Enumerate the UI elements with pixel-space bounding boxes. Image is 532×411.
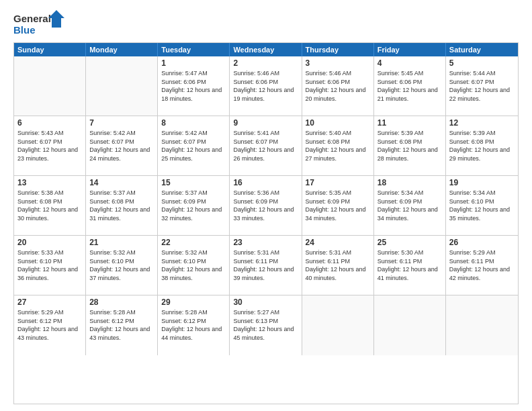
calendar-cell: 18Sunrise: 5:34 AM Sunset: 6:09 PM Dayli…	[374, 176, 446, 235]
calendar-cell: 14Sunrise: 5:37 AM Sunset: 6:08 PM Dayli…	[86, 176, 158, 235]
calendar-cell: 6Sunrise: 5:43 AM Sunset: 6:07 PM Daylig…	[14, 116, 86, 175]
calendar-cell	[302, 295, 374, 355]
cell-info: Sunrise: 5:44 AM Sunset: 6:07 PM Dayligh…	[449, 69, 515, 103]
calendar-cell: 9Sunrise: 5:41 AM Sunset: 6:07 PM Daylig…	[230, 116, 302, 175]
cell-info: Sunrise: 5:46 AM Sunset: 6:06 PM Dayligh…	[233, 69, 298, 103]
day-number: 30	[233, 298, 298, 307]
cell-info: Sunrise: 5:43 AM Sunset: 6:07 PM Dayligh…	[17, 129, 82, 163]
day-number: 5	[449, 58, 515, 68]
day-number: 29	[161, 298, 226, 307]
calendar-cell: 25Sunrise: 5:30 AM Sunset: 6:11 PM Dayli…	[374, 236, 446, 295]
day-number: 11	[378, 118, 442, 128]
day-number: 6	[17, 118, 82, 128]
cell-info: Sunrise: 5:33 AM Sunset: 6:10 PM Dayligh…	[17, 248, 82, 282]
day-number: 17	[306, 178, 370, 187]
weekday-header-monday: Monday	[86, 43, 158, 56]
weekday-header-tuesday: Tuesday	[158, 43, 230, 56]
day-number: 27	[17, 298, 82, 307]
calendar-cell: 21Sunrise: 5:32 AM Sunset: 6:10 PM Dayli…	[86, 236, 158, 295]
cell-info: Sunrise: 5:34 AM Sunset: 6:10 PM Dayligh…	[449, 189, 515, 222]
day-number: 16	[233, 178, 298, 187]
cell-info: Sunrise: 5:35 AM Sunset: 6:09 PM Dayligh…	[306, 189, 370, 222]
cell-info: Sunrise: 5:37 AM Sunset: 6:08 PM Dayligh…	[89, 189, 154, 222]
calendar-cell: 13Sunrise: 5:38 AM Sunset: 6:08 PM Dayli…	[14, 176, 86, 235]
day-number: 13	[17, 178, 82, 187]
calendar-cell: 8Sunrise: 5:42 AM Sunset: 6:07 PM Daylig…	[158, 116, 230, 175]
calendar-row-2: 6Sunrise: 5:43 AM Sunset: 6:07 PM Daylig…	[14, 116, 518, 176]
cell-info: Sunrise: 5:30 AM Sunset: 6:11 PM Dayligh…	[378, 248, 442, 282]
cell-info: Sunrise: 5:39 AM Sunset: 6:08 PM Dayligh…	[449, 129, 515, 163]
calendar-cell: 23Sunrise: 5:31 AM Sunset: 6:11 PM Dayli…	[230, 236, 302, 295]
header: General Blue	[13, 10, 519, 37]
day-number: 3	[306, 58, 370, 68]
cell-info: Sunrise: 5:42 AM Sunset: 6:07 PM Dayligh…	[161, 129, 226, 163]
logo: General Blue	[13, 10, 67, 37]
calendar-row-4: 20Sunrise: 5:33 AM Sunset: 6:10 PM Dayli…	[14, 236, 518, 295]
page: General Blue SundayMondayTuesdayWednesda…	[0, 0, 532, 411]
calendar-cell: 4Sunrise: 5:45 AM Sunset: 6:06 PM Daylig…	[374, 56, 446, 116]
day-number: 4	[378, 58, 442, 68]
calendar-cell: 15Sunrise: 5:37 AM Sunset: 6:09 PM Dayli…	[158, 176, 230, 235]
day-number: 1	[161, 58, 226, 68]
cell-info: Sunrise: 5:37 AM Sunset: 6:09 PM Dayligh…	[161, 189, 226, 222]
calendar-cell: 12Sunrise: 5:39 AM Sunset: 6:08 PM Dayli…	[446, 116, 518, 175]
calendar-row-1: 1Sunrise: 5:47 AM Sunset: 6:06 PM Daylig…	[14, 56, 518, 116]
calendar-cell: 1Sunrise: 5:47 AM Sunset: 6:06 PM Daylig…	[158, 56, 230, 116]
calendar-cell: 19Sunrise: 5:34 AM Sunset: 6:10 PM Dayli…	[446, 176, 518, 235]
calendar-header: SundayMondayTuesdayWednesdayThursdayFrid…	[14, 43, 518, 56]
cell-info: Sunrise: 5:28 AM Sunset: 6:12 PM Dayligh…	[161, 308, 226, 342]
calendar-cell: 3Sunrise: 5:46 AM Sunset: 6:06 PM Daylig…	[302, 56, 374, 116]
calendar-cell: 22Sunrise: 5:32 AM Sunset: 6:10 PM Dayli…	[158, 236, 230, 295]
cell-info: Sunrise: 5:36 AM Sunset: 6:09 PM Dayligh…	[233, 189, 298, 222]
calendar-cell: 24Sunrise: 5:31 AM Sunset: 6:11 PM Dayli…	[302, 236, 374, 295]
day-number: 26	[449, 238, 515, 247]
cell-info: Sunrise: 5:47 AM Sunset: 6:06 PM Dayligh…	[161, 69, 226, 103]
calendar-cell: 26Sunrise: 5:29 AM Sunset: 6:11 PM Dayli…	[446, 236, 518, 295]
cell-info: Sunrise: 5:29 AM Sunset: 6:11 PM Dayligh…	[449, 248, 515, 282]
day-number: 18	[378, 178, 442, 187]
calendar-body: 1Sunrise: 5:47 AM Sunset: 6:06 PM Daylig…	[14, 56, 518, 355]
day-number: 21	[89, 238, 154, 247]
day-number: 15	[161, 178, 226, 187]
day-number: 9	[233, 118, 298, 128]
cell-info: Sunrise: 5:40 AM Sunset: 6:08 PM Dayligh…	[306, 129, 370, 163]
svg-text:Blue: Blue	[13, 24, 36, 36]
day-number: 28	[89, 298, 154, 307]
day-number: 23	[233, 238, 298, 247]
day-number: 25	[378, 238, 442, 247]
day-number: 12	[449, 118, 515, 128]
cell-info: Sunrise: 5:41 AM Sunset: 6:07 PM Dayligh…	[233, 129, 298, 163]
day-number: 7	[89, 118, 154, 128]
calendar-cell	[86, 56, 158, 116]
cell-info: Sunrise: 5:27 AM Sunset: 6:13 PM Dayligh…	[233, 308, 298, 342]
calendar-cell: 10Sunrise: 5:40 AM Sunset: 6:08 PM Dayli…	[302, 116, 374, 175]
weekday-header-thursday: Thursday	[302, 43, 374, 56]
calendar-cell: 17Sunrise: 5:35 AM Sunset: 6:09 PM Dayli…	[302, 176, 374, 235]
cell-info: Sunrise: 5:42 AM Sunset: 6:07 PM Dayligh…	[89, 129, 154, 163]
day-number: 20	[17, 238, 82, 247]
weekday-header-sunday: Sunday	[14, 43, 86, 56]
svg-text:General: General	[13, 13, 51, 24]
logo-svg: General Blue	[13, 10, 67, 37]
cell-info: Sunrise: 5:38 AM Sunset: 6:08 PM Dayligh…	[17, 189, 82, 222]
cell-info: Sunrise: 5:45 AM Sunset: 6:06 PM Dayligh…	[378, 69, 442, 103]
cell-info: Sunrise: 5:32 AM Sunset: 6:10 PM Dayligh…	[89, 248, 154, 282]
calendar-cell: 28Sunrise: 5:28 AM Sunset: 6:12 PM Dayli…	[86, 295, 158, 355]
day-number: 22	[161, 238, 226, 247]
day-number: 24	[306, 238, 370, 247]
cell-info: Sunrise: 5:31 AM Sunset: 6:11 PM Dayligh…	[306, 248, 370, 282]
cell-info: Sunrise: 5:46 AM Sunset: 6:06 PM Dayligh…	[306, 69, 370, 103]
calendar-cell: 20Sunrise: 5:33 AM Sunset: 6:10 PM Dayli…	[14, 236, 86, 295]
calendar: SundayMondayTuesdayWednesdayThursdayFrid…	[13, 42, 519, 404]
day-number: 8	[161, 118, 226, 128]
calendar-cell	[14, 56, 86, 116]
day-number: 10	[306, 118, 370, 128]
cell-info: Sunrise: 5:32 AM Sunset: 6:10 PM Dayligh…	[161, 248, 226, 282]
day-number: 14	[89, 178, 154, 187]
calendar-cell: 7Sunrise: 5:42 AM Sunset: 6:07 PM Daylig…	[86, 116, 158, 175]
cell-info: Sunrise: 5:34 AM Sunset: 6:09 PM Dayligh…	[378, 189, 442, 222]
day-number: 19	[449, 178, 515, 187]
calendar-cell	[446, 295, 518, 355]
calendar-cell: 11Sunrise: 5:39 AM Sunset: 6:08 PM Dayli…	[374, 116, 446, 175]
cell-info: Sunrise: 5:28 AM Sunset: 6:12 PM Dayligh…	[89, 308, 154, 342]
